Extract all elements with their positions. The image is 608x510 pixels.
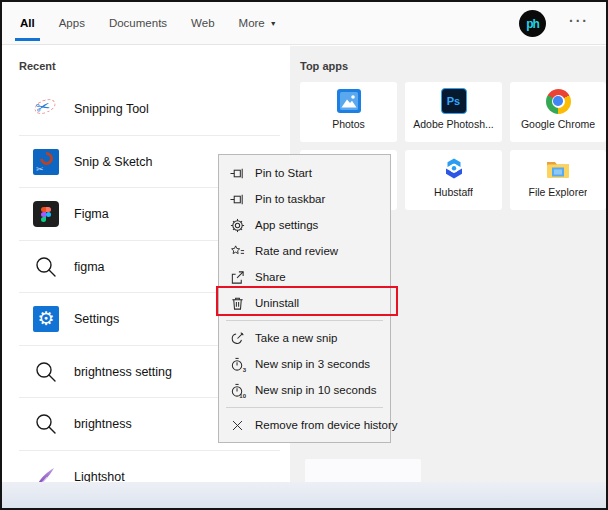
filter-tabs: All Apps Documents Web More▼	[18, 2, 279, 44]
menu-divider	[226, 407, 383, 408]
menu-item-remove-from-device-history[interactable]: Remove from device history	[219, 412, 390, 438]
app-tile-label: Photos	[332, 118, 365, 130]
menu-item-label: New snip in 10 seconds	[255, 384, 376, 396]
new-snip-icon	[229, 330, 245, 346]
timer-number: 10	[239, 393, 246, 399]
list-item-label: brightness	[74, 417, 132, 431]
chrome-icon	[545, 88, 571, 114]
menu-item-label: App settings	[255, 219, 318, 231]
app-tile-photoshop[interactable]: Ps Adobe Photosh...	[405, 82, 502, 142]
hubstaff-icon	[441, 156, 467, 182]
app-tile-photos[interactable]: Photos	[300, 82, 397, 142]
star-rate-icon	[229, 243, 245, 259]
menu-item-label: Uninstall	[255, 297, 299, 309]
top-apps-section-title: Top apps	[300, 60, 348, 72]
more-options-icon[interactable]: ···	[569, 13, 589, 29]
share-icon	[229, 269, 245, 285]
menu-item-take-a-new-snip[interactable]: Take a new snip	[219, 325, 390, 351]
app-tile-file-explorer[interactable]: File Explorer	[510, 150, 606, 210]
file-explorer-icon	[545, 156, 571, 182]
app-tile-label: Google Chrome	[521, 118, 595, 130]
app-tile-label: File Explorer	[529, 186, 588, 198]
menu-item-label: Rate and review	[255, 245, 338, 257]
menu-item-label: Take a new snip	[255, 332, 337, 344]
menu-item-label: New snip in 3 seconds	[255, 358, 370, 370]
search-icon	[33, 411, 59, 437]
menu-item-uninstall[interactable]: Uninstall	[219, 290, 390, 316]
tab-all[interactable]: All	[18, 3, 37, 43]
photoshop-icon: Ps	[441, 88, 467, 114]
menu-item-pin-to-taskbar[interactable]: Pin to taskbar	[219, 186, 390, 212]
pin-icon	[229, 191, 245, 207]
menu-item-pin-to-start[interactable]: Pin to Start	[219, 160, 390, 186]
app-tile-label: Hubstaff	[434, 186, 473, 198]
figma-icon	[33, 201, 59, 227]
list-item-snipping-tool[interactable]: ✂ Snipping Tool	[2, 83, 290, 136]
list-item-label: Settings	[74, 312, 119, 326]
gear-icon	[229, 217, 245, 233]
recent-section-title: Recent	[19, 60, 56, 72]
tab-more-label: More	[239, 17, 265, 29]
timer-icon: 10	[229, 382, 245, 398]
menu-item-share[interactable]: Share	[219, 264, 390, 290]
remove-x-icon	[229, 417, 245, 433]
tab-more[interactable]: More▼	[237, 3, 279, 43]
bottom-gradient-band	[2, 482, 606, 508]
photos-icon	[336, 88, 362, 114]
menu-item-app-settings[interactable]: App settings	[219, 212, 390, 238]
list-item-label: Snipping Tool	[74, 102, 149, 116]
list-item-label: figma	[74, 260, 105, 274]
footer-highlight-patch	[305, 459, 421, 484]
menu-item-label: Share	[255, 271, 286, 283]
menu-item-rate-and-review[interactable]: Rate and review	[219, 238, 390, 264]
trash-icon	[229, 295, 245, 311]
timer-icon: 3	[229, 356, 245, 372]
pin-icon	[229, 165, 245, 181]
timer-number: 3	[243, 367, 246, 373]
tab-apps[interactable]: Apps	[57, 3, 87, 43]
menu-item-label: Remove from device history	[255, 419, 398, 431]
chevron-down-icon: ▼	[270, 20, 277, 27]
app-tile-google-chrome[interactable]: Google Chrome	[510, 82, 606, 142]
tab-documents[interactable]: Documents	[107, 3, 169, 43]
menu-item-new-snip-3-seconds[interactable]: 3 New snip in 3 seconds	[219, 351, 390, 377]
settings-gear-icon: ⚙	[33, 306, 59, 332]
menu-item-label: Pin to taskbar	[255, 193, 325, 205]
search-icon	[33, 359, 59, 385]
windows-search-panel: All Apps Documents Web More▼ ph ··· Rece…	[0, 0, 608, 510]
search-filter-bar: All Apps Documents Web More▼ ph ···	[2, 2, 606, 45]
app-tile-label: Adobe Photosh...	[413, 118, 494, 130]
list-item-label: brightness setting	[74, 365, 172, 379]
app-tile-hubstaff[interactable]: Hubstaff	[405, 150, 502, 210]
menu-item-label: Pin to Start	[255, 167, 312, 179]
list-item-label: Snip & Sketch	[74, 155, 153, 169]
list-item-label: Figma	[74, 207, 109, 221]
menu-divider	[226, 320, 383, 321]
tab-web[interactable]: Web	[189, 3, 216, 43]
snip-and-sketch-icon: ✂	[33, 149, 59, 175]
context-menu: Pin to Start Pin to taskbar App sett	[218, 154, 391, 443]
snipping-tool-icon: ✂	[33, 96, 59, 122]
avatar[interactable]: ph	[519, 10, 546, 37]
menu-item-new-snip-10-seconds[interactable]: 10 New snip in 10 seconds	[219, 377, 390, 403]
search-icon	[33, 254, 59, 280]
